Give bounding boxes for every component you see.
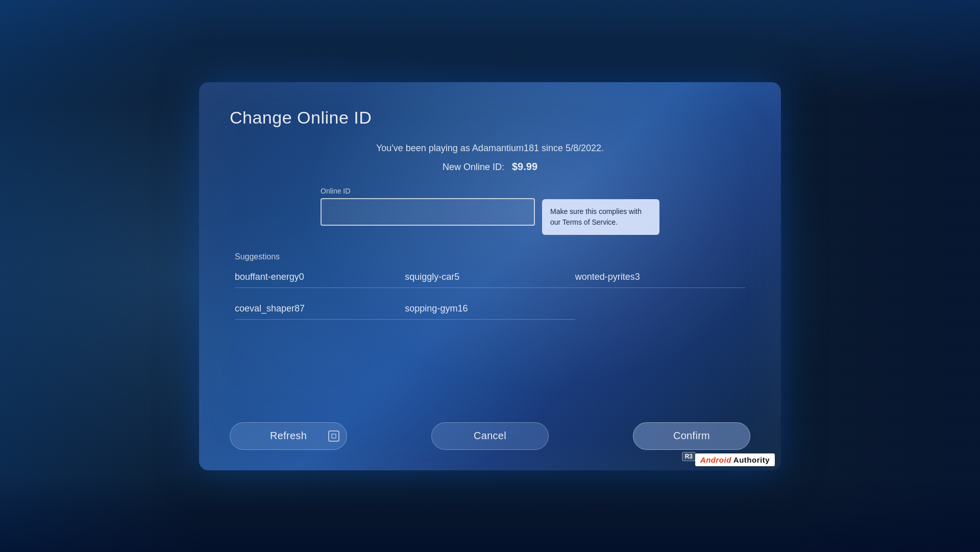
android-authority-logo: Android Authority <box>695 453 775 466</box>
suggestion-item-3[interactable]: coeval_shaper87 <box>235 303 405 320</box>
cancel-label: Cancel <box>474 430 506 441</box>
price-label: New Online ID: <box>443 162 504 172</box>
price-row: New Online ID: $9.99 <box>230 161 750 173</box>
online-id-input[interactable] <box>321 198 535 226</box>
suggestion-item-2[interactable]: wonted-pyrites3 <box>575 272 745 288</box>
suggestions-section: Suggestions bouffant-energy0 squiggly-ca… <box>230 252 750 407</box>
svg-rect-0 <box>332 434 336 438</box>
input-wrapper: Online ID <box>321 187 535 226</box>
suggestions-label: Suggestions <box>235 252 745 261</box>
subtitle-text: You've been playing as Adamantium181 sin… <box>230 143 750 154</box>
confirm-label: Confirm <box>673 430 710 441</box>
suggestion-item-1[interactable]: squiggly-car5 <box>405 272 575 288</box>
confirm-button[interactable]: Confirm <box>633 422 750 450</box>
authority-text: Authority <box>733 455 770 464</box>
online-id-label: Online ID <box>321 187 535 195</box>
square-icon <box>328 430 339 442</box>
r3-badge: R3 <box>682 452 696 461</box>
suggestion-item-4[interactable]: sopping-gym16 <box>405 303 575 320</box>
tv-screen: Change Online ID You've been playing as … <box>199 82 781 470</box>
page-title: Change Online ID <box>230 108 750 128</box>
buttons-row: Refresh Cancel Confirm <box>230 417 750 450</box>
cancel-button[interactable]: Cancel <box>431 422 549 450</box>
suggestions-grid: bouffant-energy0 squiggly-car5 wonted-py… <box>235 272 745 320</box>
price-value: $9.99 <box>512 161 537 172</box>
tooltip: Make sure this complies with our Terms o… <box>542 199 659 235</box>
input-section: Online ID Make sure this complies with o… <box>230 187 750 235</box>
refresh-label: Refresh <box>270 430 307 442</box>
suggestion-item-0[interactable]: bouffant-energy0 <box>235 272 405 288</box>
aa-text: Android <box>700 455 731 464</box>
refresh-button[interactable]: Refresh <box>230 422 347 450</box>
